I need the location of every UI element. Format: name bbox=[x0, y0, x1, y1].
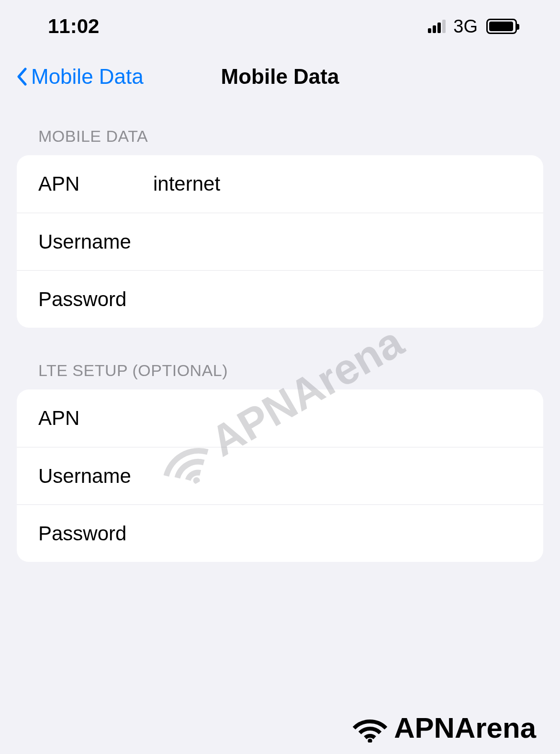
lte-username-input[interactable] bbox=[153, 465, 522, 488]
row-lte-username[interactable]: Username bbox=[17, 447, 543, 504]
row-mobile-data-username[interactable]: Username bbox=[17, 213, 543, 270]
section-lte-setup: APN Username Password bbox=[17, 389, 543, 562]
content: MOBILE DATA APN Username Password LTE SE… bbox=[0, 98, 560, 562]
status-bar: 11:02 3G bbox=[0, 0, 560, 48]
row-lte-password[interactable]: Password bbox=[17, 504, 543, 562]
apn-label: APN bbox=[38, 172, 153, 195]
footer-brand: APNArena bbox=[351, 711, 536, 744]
row-lte-apn[interactable]: APN bbox=[17, 389, 543, 447]
signal-icon bbox=[428, 20, 446, 33]
back-label: Mobile Data bbox=[31, 65, 144, 89]
row-mobile-data-password[interactable]: Password bbox=[17, 270, 543, 328]
page-title: Mobile Data bbox=[221, 65, 339, 89]
lte-apn-label: APN bbox=[38, 407, 153, 430]
back-button[interactable]: Mobile Data bbox=[14, 65, 144, 89]
status-indicators: 3G bbox=[428, 16, 517, 37]
chevron-back-icon bbox=[14, 66, 29, 87]
username-input[interactable] bbox=[153, 230, 522, 253]
username-label: Username bbox=[38, 230, 153, 253]
section-header-mobile-data: MOBILE DATA bbox=[0, 127, 560, 155]
lte-password-input[interactable] bbox=[153, 522, 522, 545]
password-input[interactable] bbox=[153, 288, 522, 311]
lte-apn-input[interactable] bbox=[153, 407, 522, 430]
lte-username-label: Username bbox=[38, 465, 153, 488]
wifi-icon bbox=[351, 714, 389, 743]
nav-header: Mobile Data Mobile Data bbox=[0, 48, 560, 98]
svg-point-1 bbox=[368, 739, 372, 743]
section-mobile-data: APN Username Password bbox=[17, 155, 543, 328]
network-type: 3G bbox=[453, 16, 478, 37]
battery-icon bbox=[486, 19, 517, 34]
row-mobile-data-apn[interactable]: APN bbox=[17, 155, 543, 213]
apn-input[interactable] bbox=[153, 172, 522, 195]
password-label: Password bbox=[38, 288, 153, 311]
status-time: 11:02 bbox=[48, 15, 99, 38]
section-header-lte-setup: LTE SETUP (OPTIONAL) bbox=[0, 361, 560, 389]
lte-password-label: Password bbox=[38, 522, 153, 545]
